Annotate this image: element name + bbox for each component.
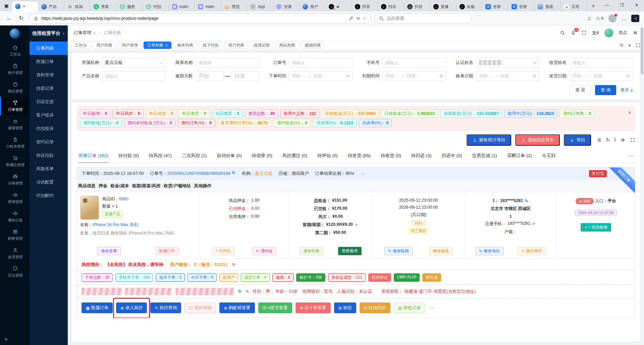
edit-address-button[interactable]: ✎修改地址 [475,247,503,255]
workspace-tab[interactable]: 线下付款 [199,42,222,49]
status-tabs-overflow[interactable]: ⋯ [628,153,633,159]
rail-menu-item[interactable]: 工作台 [0,42,30,60]
sidebar-menu-item[interactable]: 风险名单 [30,162,68,176]
sidebar-menu-item[interactable]: 自提记录 [30,82,68,95]
sidebar-menu-item[interactable]: 客户投诉 [30,109,68,122]
sidebar-menu-item[interactable]: 归还定损 [30,95,68,109]
expand-filters-link[interactable]: 展开 ∨ [620,87,633,93]
workspace-tab[interactable]: 订单列表 ✕ [144,42,171,49]
maximize-button[interactable]: ❐ [614,0,629,10]
workspace-tab[interactable]: 工作台 [71,42,91,49]
edit-price-button[interactable]: 修改价格 [300,247,323,255]
status-tab[interactable]: 二次风控 (1) [182,149,207,163]
status-tab[interactable]: 待信审 (0) [252,149,272,163]
browser-tab[interactable]: 用户 [300,2,326,11]
browser-tab[interactable]: 抖音 [404,2,430,11]
address-bar[interactable]: https://web.java-yzj-aip.heiedvip.top/#/… [29,13,371,23]
rail-menu-item[interactable]: 逾期管理 [0,115,30,134]
chevron-down-icon[interactable]: ∨ [93,31,96,35]
browser-tab[interactable]: 登录 [482,2,508,11]
rail-menu-item[interactable]: 日志管理 [0,263,30,281]
status-tab[interactable]: 待风控 (47) [149,149,172,163]
tabs-dropdown-icon[interactable]: ∨ [628,43,631,48]
browser-tab[interactable]: 产品 [38,2,64,11]
phone-icon[interactable] [524,198,529,203]
rail-menu-item[interactable]: 分销管理 [0,170,30,189]
view-bill-button[interactable]: 查看账单 [338,247,362,255]
browser-tab[interactable] [326,2,352,11]
add-tag-button[interactable]: ＋ + 添加标签 [581,223,611,231]
edit-pencil-icon[interactable]: ✎ [232,262,235,267]
edit-term-button[interactable]: ✎修改租期 [384,247,413,255]
sidebar-menu-item[interactable]: 协议扣款 [30,149,68,162]
favorites-hub-icon[interactable]: ☆≡ [596,15,604,21]
edit-package-button[interactable]: 修改套餐 [97,247,121,255]
workspace-tab-close-icon[interactable]: ✕ [165,44,168,47]
rail-menu-item[interactable]: 财务管理 [0,226,30,244]
status-tab[interactable]: 自动分单 (0) [217,149,242,163]
order-no-input[interactable] [289,58,353,68]
browser-tab[interactable]: mdm [169,2,195,11]
sidebar-menu-item[interactable]: 代扣解约 [30,189,68,202]
status-tab[interactable]: 风控通过 (0) [282,149,307,163]
order-time-range[interactable]: 开始…→结束… [289,71,353,81]
reset-button[interactable]: 重 置 [570,85,591,95]
browser-tab[interactable]: 服务 [117,2,143,11]
more-actions-icon[interactable]: ⋯ [428,305,433,311]
due-time-range[interactable]: 开始…→结束… [382,71,446,81]
zoom-icon[interactable]: ⊖ [356,16,360,21]
browser-tab[interactable]: 抖音 [352,2,378,11]
browser-tab[interactable]: 添加 [64,2,91,11]
breadcrumb-parent[interactable]: 订单管理 [74,30,91,36]
order-finish-badge[interactable]: ⊘ 完结 [576,198,594,204]
close-button[interactable]: ✕ [629,0,644,10]
browser-tab[interactable]: 直播 [430,2,457,11]
order-action-button[interactable]: 录入风控 [116,302,147,313]
collapse-stats-icon[interactable]: ∨ [628,110,631,115]
rail-menu-item[interactable]: 会员管理 [0,244,30,263]
query-button[interactable]: 查 询 [595,85,616,95]
minimize-button[interactable]: — [600,0,614,10]
search-box[interactable]: 点此搜索 [374,13,472,23]
sidebar-menu-item[interactable]: 订单列表 [30,42,68,55]
status-tab[interactable]: 待收货 (0) [381,149,401,163]
media-icon[interactable]: ♫ [587,15,591,21]
order-action-button[interactable]: e签宝签署 [258,302,292,313]
status-tab[interactable]: 所有订单 (262) [78,149,108,163]
sidebar-menu-item[interactable]: 附属订单 [30,55,68,68]
workspace-tab[interactable]: 提现记录 [250,42,273,49]
add-deposit-button[interactable]: + 补押金 [212,247,234,255]
export-button[interactable]: 基础信息导出 [515,134,560,146]
browser-tab[interactable]: mdm [195,2,221,11]
back-button[interactable]: ← [5,15,13,22]
status-tab[interactable]: 买断订单 (2) [507,149,532,163]
penalty-button[interactable]: 违约金 [252,247,276,255]
tab-close-icon[interactable]: ✕ [22,4,25,9]
sidebar-menu-item[interactable]: 代扣投诉 [30,122,68,135]
order-action-button[interactable]: 蚂蚁链签署 [219,302,255,313]
new-tab-button[interactable]: + [589,2,598,10]
browser-tab[interactable]: 短视 [457,2,483,11]
export-button[interactable]: 导出 [564,134,591,146]
org-select[interactable]: 星点云租∨ [102,58,166,68]
status-tab[interactable]: 待付款 (0) [118,149,139,163]
tab-search-button[interactable]: ▣ [2,1,11,10]
status-tab[interactable]: 待归还 (3) [411,149,432,163]
notification-bell-icon[interactable]: 0 [571,30,576,36]
pin-icon[interactable] [62,31,65,36]
status-tab[interactable]: 待发货 (65) [348,149,371,163]
fullscreen-icon[interactable] [581,30,587,36]
order-action-button[interactable]: 催收记录 [394,302,425,313]
sidebar-panel-icon[interactable]: ◁ [631,15,639,22]
workspace-tab[interactable]: 用户列表 [93,42,116,49]
favorite-star-icon[interactable]: ☆ [363,16,367,21]
ship-date-range[interactable]: 开始…→结束… [569,71,633,81]
browser-tab[interactable]: 宝塔 [561,2,587,11]
sidebar-menu-item[interactable]: 签约记录 [30,135,68,149]
rail-menu-item[interactable]: 商户管理 [0,60,30,78]
bill-date-range[interactable]: 开始…→结束… [476,71,540,81]
rail-menu-item[interactable]: 附属品管理 [0,152,30,170]
rail-menu-item[interactable]: 通知公告 [0,207,30,226]
wechat-chat-button[interactable]: 微信聊天 [518,247,546,255]
edit-channel-button[interactable]: 修改渠道 [429,247,453,255]
